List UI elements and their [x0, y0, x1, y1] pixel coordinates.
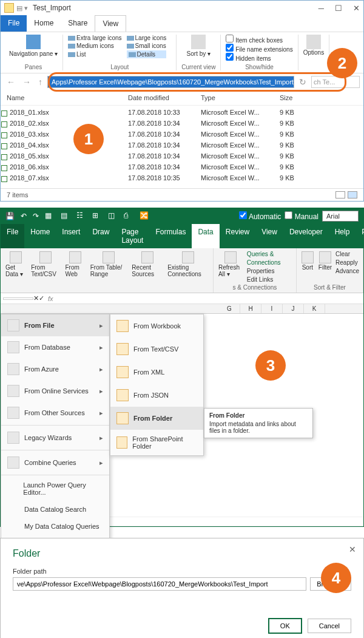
tab-file[interactable]: File — [1, 15, 27, 32]
cancel-button[interactable]: Cancel — [308, 619, 351, 633]
tab-home[interactable]: Home — [24, 224, 56, 248]
qat-icon[interactable]: ☷ — [76, 211, 86, 221]
menu-other-sources[interactable]: From Other Sources▸ — [1, 402, 109, 424]
layout-md[interactable]: Medium icons — [68, 42, 121, 49]
file-row[interactable]: 2018_03.xlsx17.08.2018 10:34Microsoft Ex… — [7, 129, 357, 140]
queries-link[interactable]: Queries & Connections — [247, 250, 292, 267]
cancel-formula-icon[interactable]: ✕ — [33, 294, 39, 302]
submenu-xml[interactable]: From XML — [110, 361, 203, 384]
dialog-close-button[interactable]: ✕ — [349, 545, 356, 554]
search-input[interactable]: ch Te... — [311, 76, 360, 88]
col-header[interactable]: G — [219, 304, 240, 313]
tab-file[interactable]: File — [1, 224, 24, 248]
clear-link[interactable]: Clear — [335, 250, 359, 259]
minimize-button[interactable]: ─ — [318, 4, 324, 13]
close-button[interactable]: ✕ — [353, 4, 360, 13]
existing-connections-button[interactable]: Existing Connections — [166, 250, 209, 279]
qat-icon[interactable]: ⊞ — [92, 211, 102, 221]
sort-by-button[interactable]: Sort by ▾ — [181, 35, 215, 57]
tab-help[interactable]: Help — [329, 224, 356, 248]
menu-from-database[interactable]: From Database▸ — [1, 336, 109, 358]
qat-icon[interactable]: 🔀 — [140, 211, 149, 221]
calc-manual[interactable]: Manual — [285, 211, 318, 221]
name-box[interactable] — [3, 297, 33, 300]
calc-auto[interactable]: Automatic — [239, 211, 281, 221]
advanced-link[interactable]: Advance — [335, 267, 359, 276]
qat-icon[interactable]: ▤ — [61, 211, 70, 221]
submenu-sharepoint[interactable]: From SharePoint Folder — [110, 430, 203, 455]
col-header[interactable]: J — [283, 304, 304, 313]
check-itemboxes[interactable]: Item check boxes — [226, 35, 292, 44]
refresh-button[interactable]: ↻ — [297, 77, 309, 87]
col-name[interactable]: Name — [7, 94, 128, 101]
save-icon[interactable]: 💾 — [5, 212, 15, 220]
tab-share[interactable]: Share — [61, 15, 95, 32]
layout-xl[interactable]: Extra large icons — [68, 35, 121, 41]
menu-from-file[interactable]: From File▸ — [1, 314, 109, 336]
up-button[interactable]: ↑ — [36, 77, 45, 87]
address-bar[interactable]: Apps\Professor Excel\Webpage\Blogposts\1… — [47, 76, 294, 88]
tab-insert[interactable]: Insert — [56, 224, 86, 248]
menu-online-services[interactable]: From Online Services▸ — [1, 380, 109, 402]
forward-button[interactable]: → — [20, 77, 33, 87]
fx-icon[interactable]: fx — [48, 295, 53, 302]
tab-home[interactable]: Home — [27, 15, 61, 32]
tab-prc[interactable]: PRC — [356, 224, 364, 248]
edit-links-link[interactable]: Edit Links — [247, 276, 292, 284]
tab-formulas[interactable]: Formulas — [149, 224, 192, 248]
col-size[interactable]: Size — [280, 94, 357, 101]
file-row[interactable]: 2018_06.xlsx17.08.2018 10:34Microsoft Ex… — [7, 161, 357, 172]
col-header[interactable]: H — [240, 304, 261, 313]
tab-view[interactable]: View — [95, 15, 126, 32]
recent-sources-button[interactable]: Recent Sources — [130, 250, 164, 279]
file-row[interactable]: 2018_02.xlsx17.08.2018 10:34Microsoft Ex… — [7, 118, 357, 129]
from-table-button[interactable]: From Table/ Range — [89, 250, 129, 279]
check-extensions[interactable]: File name extensions — [226, 44, 292, 53]
col-type[interactable]: Type — [201, 94, 280, 101]
sort-button[interactable]: Sort — [300, 250, 315, 276]
tab-data[interactable]: Data — [192, 224, 219, 248]
col-header[interactable]: I — [261, 304, 283, 313]
redo-icon[interactable]: ↷ — [33, 212, 39, 220]
menu-combine-queries[interactable]: Combine Queries▸ — [1, 452, 109, 473]
from-web-button[interactable]: From Web — [64, 250, 86, 279]
submenu-textcsv[interactable]: From Text/CSV — [110, 338, 203, 361]
refresh-all-button[interactable]: Refresh All ▾ — [217, 250, 244, 284]
menu-catalog-search[interactable]: Data Catalog Search — [1, 501, 109, 518]
enter-formula-icon[interactable]: ✓ — [39, 294, 44, 302]
tab-developer[interactable]: Developer — [283, 224, 329, 248]
tab-review[interactable]: Review — [220, 224, 255, 248]
font-select[interactable] — [322, 211, 359, 222]
get-data-button[interactable]: Get Data ▾ — [4, 250, 27, 279]
layout-list[interactable]: List — [68, 50, 121, 58]
back-button[interactable]: ← — [4, 77, 18, 87]
qat-icon[interactable]: ▦ — [45, 211, 55, 221]
properties-link[interactable]: Properties — [247, 267, 292, 276]
filter-button[interactable]: Filter — [317, 250, 333, 276]
ok-button[interactable]: OK — [269, 619, 302, 633]
folder-path-input[interactable] — [13, 577, 306, 591]
layout-lg[interactable]: Large icons — [127, 35, 167, 41]
options-button[interactable]: Options — [303, 35, 324, 56]
view-details-icon[interactable] — [335, 191, 345, 199]
file-row[interactable]: 2018_04.xlsx17.08.2018 10:34Microsoft Ex… — [7, 140, 357, 151]
layout-sm[interactable]: Small icons — [127, 42, 167, 49]
submenu-folder[interactable]: From Folder — [110, 407, 203, 430]
submenu-workbook[interactable]: From Workbook — [110, 314, 203, 338]
undo-icon[interactable]: ↶ — [21, 212, 27, 220]
tab-view[interactable]: View — [255, 224, 283, 248]
menu-my-catalog[interactable]: My Data Catalog Queries — [1, 518, 109, 535]
tab-draw[interactable]: Draw — [86, 224, 115, 248]
col-date[interactable]: Date modified — [128, 94, 201, 101]
reapply-link[interactable]: Reapply — [335, 259, 359, 267]
maximize-button[interactable]: ☐ — [335, 4, 342, 13]
menu-from-azure[interactable]: From Azure▸ — [1, 358, 109, 380]
tab-pagelayout[interactable]: Page Layout — [115, 224, 149, 248]
file-row[interactable]: 2018_01.xlsx17.08.2018 10:33Microsoft Ex… — [7, 107, 357, 118]
navigation-pane-button[interactable]: Navigation pane ▾ — [9, 35, 58, 57]
file-row[interactable]: 2018_07.xlsx17.08.2018 10:35Microsoft Ex… — [7, 172, 357, 183]
col-header[interactable]: K — [304, 304, 325, 313]
qat-icon[interactable]: ◫ — [108, 211, 118, 221]
menu-legacy-wizards[interactable]: Legacy Wizards▸ — [1, 427, 109, 449]
file-row[interactable]: 2018_05.xlsx17.08.2018 10:34Microsoft Ex… — [7, 151, 357, 161]
